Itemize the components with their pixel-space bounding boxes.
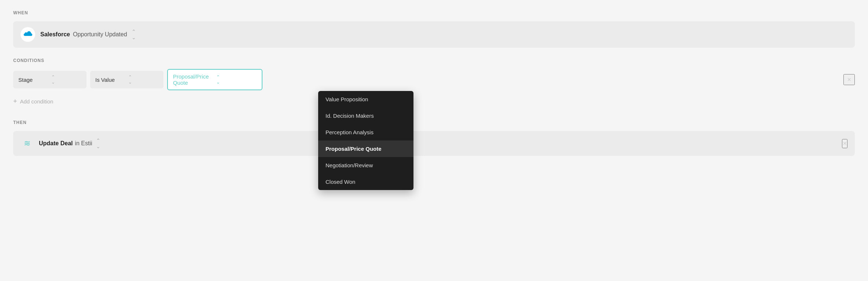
value-field-container: Proposal/Price Quote ⌃⌄ Value Propositio…	[167, 69, 262, 90]
operator-value: Is Value	[95, 77, 125, 83]
condition-full-row: Stage ⌃⌄ Is Value ⌃⌄ Proposal/Price Quot…	[13, 69, 855, 90]
trigger-text: Salesforce Opportunity Updated ⌃⌄	[40, 29, 136, 40]
value-chevron-icon: ⌃⌄	[216, 74, 257, 85]
estii-logo: ≋	[21, 137, 34, 150]
add-condition-button[interactable]: + Add condition	[13, 96, 53, 107]
value-select[interactable]: Proposal/Price Quote ⌃⌄	[167, 69, 262, 90]
operator-chevron-icon: ⌃⌄	[128, 74, 158, 85]
dropdown-item-closed-won[interactable]: Closed Won	[318, 174, 413, 190]
add-condition-label: Add condition	[20, 98, 54, 105]
when-label: WHEN	[13, 10, 855, 15]
add-condition-icon: +	[13, 98, 17, 105]
conditions-label: CONDITIONS	[13, 58, 855, 63]
action-chevron-icon: ⌃⌄	[96, 138, 100, 149]
conditions-section: CONDITIONS Stage ⌃⌄ Is Value ⌃⌄ Proposal…	[13, 58, 855, 107]
stage-chevron-icon: ⌃⌄	[51, 74, 81, 85]
stage-value: Stage	[18, 77, 48, 83]
remove-condition-button[interactable]: ×	[843, 74, 855, 85]
stage-select[interactable]: Stage ⌃⌄	[13, 71, 87, 88]
dropdown-item-id-decision-makers[interactable]: Id. Decision Makers	[318, 107, 413, 124]
operator-select[interactable]: Is Value ⌃⌄	[90, 71, 163, 88]
wave-icon: ≋	[24, 139, 30, 148]
salesforce-logo	[21, 27, 35, 42]
action-row: ≋ Update Deal in Estii ⌃⌄ ×	[13, 131, 855, 156]
then-section: THEN ≋ Update Deal in Estii ⌃⌄ ×	[13, 120, 855, 156]
page-container: WHEN Salesforce Opportunity Updated ⌃⌄ C…	[0, 0, 868, 281]
dropdown-item-value-proposition[interactable]: Value Proposition	[318, 91, 413, 107]
trigger-integration: Salesforce	[40, 31, 70, 38]
dropdown-item-negotiation-review[interactable]: Negotiation/Review	[318, 157, 413, 174]
trigger-row: Salesforce Opportunity Updated ⌃⌄	[13, 21, 855, 48]
dropdown-item-proposal-price-quote[interactable]: Proposal/Price Quote	[318, 140, 413, 157]
action-name: Update Deal	[39, 140, 73, 147]
trigger-chevron-icon: ⌃⌄	[132, 29, 136, 40]
value-text: Proposal/Price Quote	[173, 73, 213, 86]
remove-action-button[interactable]: ×	[842, 139, 847, 148]
action-detail: in Estii	[75, 140, 92, 147]
dropdown-item-perception-analysis[interactable]: Perception Analysis	[318, 124, 413, 140]
condition-row: Stage ⌃⌄ Is Value ⌃⌄ Proposal/Price Quot…	[13, 69, 855, 90]
value-dropdown: Value Proposition Id. Decision Makers Pe…	[318, 91, 413, 190]
then-label: THEN	[13, 120, 855, 125]
trigger-event: Opportunity Updated	[73, 31, 127, 38]
when-section: WHEN Salesforce Opportunity Updated ⌃⌄	[13, 10, 855, 48]
action-text: Update Deal in Estii ⌃⌄	[39, 138, 100, 149]
